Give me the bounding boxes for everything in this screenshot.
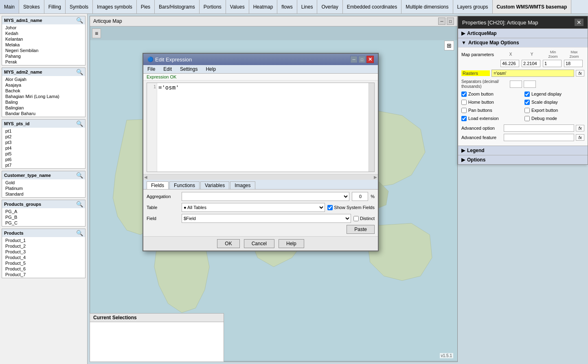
list-item[interactable]: Balingian bbox=[2, 105, 85, 111]
menu-help[interactable]: Help bbox=[204, 66, 218, 72]
list-item[interactable]: pt4 bbox=[2, 145, 85, 151]
list-item[interactable]: Gold bbox=[2, 180, 85, 185]
list-item[interactable]: Melaka bbox=[2, 42, 85, 48]
list-item[interactable]: Alor Gajah bbox=[2, 76, 85, 82]
list-item[interactable]: PG_B bbox=[2, 214, 85, 220]
tab-layers-groups[interactable]: Layers groups bbox=[453, 0, 493, 13]
field-select[interactable]: $Field bbox=[182, 214, 351, 223]
list-item[interactable]: Standard bbox=[2, 191, 85, 197]
paste-button[interactable]: Paste bbox=[347, 225, 375, 234]
minimize-icon[interactable]: ─ bbox=[438, 17, 445, 25]
close-icon[interactable]: ✕ bbox=[575, 19, 584, 26]
list-item[interactable]: pt2 bbox=[2, 134, 85, 139]
tab-flows[interactable]: flows bbox=[277, 0, 297, 13]
distinct-checkbox[interactable] bbox=[353, 216, 359, 221]
menu-settings[interactable]: Settings bbox=[178, 66, 200, 72]
list-item[interactable]: Bandar Baharu bbox=[2, 111, 85, 116]
list-item[interactable]: pt5 bbox=[2, 151, 85, 157]
scale-display-checkbox[interactable] bbox=[524, 100, 530, 105]
pan-buttons-checkbox[interactable] bbox=[461, 108, 467, 113]
list-item[interactable]: Negeri Sembilan bbox=[2, 48, 85, 53]
list-item[interactable]: Baling bbox=[2, 99, 85, 105]
list-item[interactable]: Johor bbox=[2, 25, 85, 31]
section-header-options[interactable]: ▼ Articque Map Options bbox=[458, 38, 588, 47]
y-value-input[interactable] bbox=[522, 60, 540, 67]
tab-strokes[interactable]: Strokes bbox=[19, 0, 44, 13]
rasters-fx-button[interactable]: fx bbox=[576, 70, 584, 76]
vertical-scrollbar[interactable] bbox=[369, 83, 374, 172]
tab-bars-histograms[interactable]: Bars/Histograms bbox=[155, 0, 200, 13]
help-button[interactable]: Help bbox=[279, 239, 304, 248]
zoom-button-checkbox[interactable] bbox=[461, 92, 467, 97]
tab-main[interactable]: Main bbox=[0, 0, 19, 13]
section-header-options2[interactable]: ▶ Options bbox=[458, 155, 588, 164]
tab-pies[interactable]: Pies bbox=[137, 0, 155, 13]
menu-file[interactable]: File bbox=[145, 66, 157, 72]
maximize-button[interactable]: □ bbox=[358, 56, 366, 63]
minimize-button[interactable]: ─ bbox=[350, 56, 358, 63]
list-item[interactable]: Kelantan bbox=[2, 36, 85, 42]
search-icon[interactable]: 🔍 bbox=[76, 120, 83, 127]
tab-images[interactable]: Images bbox=[230, 181, 255, 189]
scrollbar-left-arrow[interactable]: ◀ bbox=[144, 175, 147, 179]
search-icon[interactable]: 🔍 bbox=[76, 230, 83, 236]
field-group-header-products-groups[interactable]: Products_groups 🔍 bbox=[2, 200, 85, 208]
rasters-input[interactable] bbox=[491, 70, 574, 77]
ok-button[interactable]: OK bbox=[217, 239, 239, 248]
menu-edit[interactable]: Edit bbox=[161, 66, 174, 72]
aggregation-select[interactable] bbox=[182, 192, 349, 201]
tab-values[interactable]: Values bbox=[226, 0, 249, 13]
list-item[interactable]: Product_1 bbox=[2, 238, 85, 243]
list-item[interactable]: pt6 bbox=[2, 157, 85, 162]
x-value-input[interactable] bbox=[500, 60, 519, 67]
scrollbar-right-arrow[interactable]: ▶ bbox=[374, 175, 377, 179]
list-item[interactable]: Pahang bbox=[2, 53, 85, 59]
max-zoom-input[interactable] bbox=[564, 60, 583, 67]
list-item[interactable]: Perak bbox=[2, 59, 85, 65]
list-item[interactable]: Kedah bbox=[2, 31, 85, 36]
tab-images-symbols[interactable]: Images symbols bbox=[93, 0, 137, 13]
export-button-checkbox[interactable] bbox=[524, 108, 530, 113]
search-icon[interactable]: 🔍 bbox=[76, 69, 83, 75]
tab-lines[interactable]: Lines bbox=[297, 0, 318, 13]
hamburger-menu-button[interactable]: ≡ bbox=[92, 28, 101, 38]
search-icon[interactable]: 🔍 bbox=[76, 172, 83, 179]
table-select[interactable]: ● All Tables bbox=[182, 203, 325, 212]
legend-display-checkbox[interactable] bbox=[524, 92, 530, 97]
list-item[interactable]: Platinum bbox=[2, 185, 85, 191]
tab-heatmap[interactable]: Heatmap bbox=[249, 0, 278, 13]
list-item[interactable]: PG_C bbox=[2, 220, 85, 226]
advanced-feature-input[interactable] bbox=[504, 134, 574, 141]
tab-functions[interactable]: Functions bbox=[169, 181, 200, 189]
tab-filling[interactable]: Filling bbox=[44, 0, 66, 13]
tab-variables[interactable]: Variables bbox=[200, 181, 229, 189]
tab-embedded-coordinates[interactable]: Embedded coordinates bbox=[343, 0, 402, 13]
advanced-option-input[interactable] bbox=[504, 124, 574, 132]
load-extension-checkbox[interactable] bbox=[461, 116, 467, 121]
field-group-header-mys-adm1[interactable]: MYS_adm1_name 🔍 bbox=[2, 16, 85, 24]
list-item[interactable]: Bachok bbox=[2, 88, 85, 94]
debug-mode-checkbox[interactable] bbox=[524, 116, 530, 121]
horizontal-scrollbar[interactable]: ◀ ▶ bbox=[143, 174, 378, 180]
list-item[interactable]: Product_7 bbox=[2, 272, 85, 277]
thousands-separator-input[interactable] bbox=[524, 81, 536, 88]
field-group-header-products[interactable]: Products 🔍 bbox=[2, 229, 85, 237]
section-header-legend[interactable]: ▶ Legend bbox=[458, 146, 588, 155]
expression-textarea[interactable]: ='osm' bbox=[157, 83, 369, 172]
list-item[interactable]: Product_3 bbox=[2, 249, 85, 255]
aggregation-percent-input[interactable] bbox=[352, 192, 368, 201]
home-button-checkbox[interactable] bbox=[461, 100, 467, 105]
tab-portions[interactable]: Portions bbox=[200, 0, 226, 13]
search-icon[interactable]: 🔍 bbox=[76, 201, 83, 207]
search-icon[interactable]: 🔍 bbox=[76, 17, 83, 24]
advanced-feature-fx-button[interactable]: fx bbox=[576, 134, 584, 141]
tab-symbols[interactable]: Symbols bbox=[66, 0, 93, 13]
list-item[interactable]: Product_5 bbox=[2, 260, 85, 266]
list-item[interactable]: Product_4 bbox=[2, 255, 85, 260]
maximize-icon[interactable]: □ bbox=[447, 17, 454, 25]
show-sys-fields-checkbox[interactable] bbox=[327, 205, 333, 210]
list-item[interactable]: Bahagian Miri (Long Lama) bbox=[2, 94, 85, 99]
list-item[interactable]: Asajaya bbox=[2, 82, 85, 88]
field-group-header-customer-type[interactable]: Customer_type_name 🔍 bbox=[2, 171, 85, 179]
list-item[interactable]: Product_2 bbox=[2, 243, 85, 249]
